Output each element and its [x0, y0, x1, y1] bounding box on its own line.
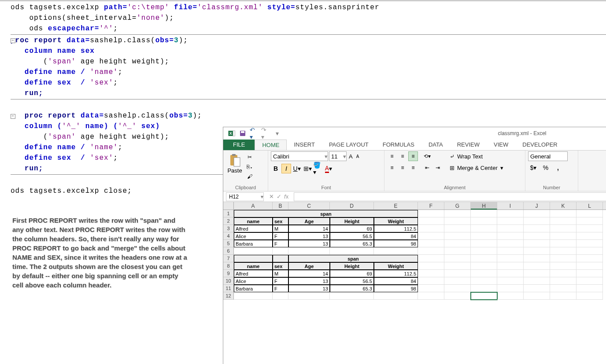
col-header[interactable]: J	[524, 202, 550, 210]
tab-file[interactable]: FILE	[223, 140, 255, 150]
tab-developer[interactable]: DEVELOPER	[515, 140, 564, 150]
ribbon: Paste ✂ ⎘▾ 🖌 Clipboard Calibri▾ 11▾ A A	[223, 150, 606, 191]
formula-input[interactable]	[294, 192, 606, 201]
row-header[interactable]: 9	[223, 270, 234, 277]
col-header[interactable]: C	[288, 202, 330, 210]
cancel-icon[interactable]: ✕	[269, 193, 274, 200]
bold-button[interactable]: B	[271, 164, 281, 173]
tab-data[interactable]: DATA	[421, 140, 450, 150]
divider	[11, 99, 606, 99]
col-header[interactable]: E	[374, 202, 418, 210]
save-icon[interactable]	[238, 129, 247, 138]
window-title: classmrg.xml - Excel	[281, 130, 606, 136]
select-all-corner[interactable]	[223, 202, 234, 210]
tab-view[interactable]: VIEW	[487, 140, 515, 150]
format-painter-icon[interactable]: 🖌	[245, 173, 254, 180]
fold-toggle[interactable]: −	[11, 38, 15, 43]
qat-customize[interactable]: ▾	[273, 129, 281, 138]
col-header[interactable]: H	[471, 202, 497, 210]
selected-cell[interactable]	[471, 292, 497, 300]
comma-icon[interactable]: ,	[553, 163, 563, 173]
row-header[interactable]: 11	[223, 285, 234, 292]
fx-icon[interactable]: fx	[284, 193, 288, 200]
row-header[interactable]: 8	[223, 262, 234, 270]
excel-titlebar: X ↶ ▾ ↷ ▾ ▾ classmrg.xml - Excel	[223, 127, 606, 140]
row-header[interactable]: 1	[223, 210, 234, 217]
svg-rect-6	[232, 154, 236, 156]
row-header[interactable]: 3	[223, 225, 234, 232]
name-box[interactable]: H12▾	[226, 192, 264, 201]
currency-icon[interactable]: $▾	[528, 163, 539, 173]
row-header[interactable]: 4	[223, 232, 234, 240]
percent-icon[interactable]: %	[540, 163, 551, 173]
redo-button[interactable]: ↷ ▾	[261, 129, 270, 138]
increase-indent-icon[interactable]: ⇥	[433, 163, 443, 173]
svg-rect-4	[241, 131, 244, 133]
fold-toggle[interactable]: −	[11, 114, 15, 119]
tab-formulas[interactable]: FORMULAS	[376, 140, 421, 150]
undo-button[interactable]: ↶ ▾	[250, 129, 259, 138]
border-button[interactable]: ⊞▾	[303, 164, 312, 173]
tab-home[interactable]: HOME	[255, 140, 287, 150]
font-color-button[interactable]: A▾	[324, 164, 333, 173]
paste-button[interactable]: Paste	[226, 151, 244, 174]
row-header[interactable]: 7	[223, 255, 234, 262]
col-header[interactable]: B	[273, 202, 288, 210]
align-bottom-icon[interactable]: ≡	[408, 151, 418, 161]
col-header[interactable]: D	[330, 202, 374, 210]
col-header[interactable]: G	[444, 202, 471, 210]
wrap-text-icon: ⤶	[450, 153, 454, 160]
font-name-select[interactable]: Calibri▾	[271, 151, 328, 161]
tab-review[interactable]: REVIEW	[450, 140, 487, 150]
col-header[interactable]: A	[234, 202, 273, 210]
cut-icon[interactable]: ✂	[245, 153, 254, 161]
align-top-icon[interactable]: ≡	[387, 151, 397, 161]
col-header[interactable]: K	[550, 202, 576, 210]
row-header[interactable]: 6	[223, 247, 234, 255]
decrease-font-icon[interactable]: A	[355, 154, 361, 159]
tab-page-layout[interactable]: PAGE LAYOUT	[322, 140, 376, 150]
row-header[interactable]: 5	[223, 240, 234, 247]
spreadsheet-grid[interactable]: A B C D E F G H I J K L 1 span 2 name se…	[223, 202, 606, 300]
ribbon-tabs: FILE HOME INSERT PAGE LAYOUT FORMULAS DA…	[223, 140, 606, 150]
align-left-icon[interactable]: ≡	[387, 163, 397, 173]
merge-center-button[interactable]: ⊞Merge & Center ▾	[448, 163, 505, 173]
enter-icon[interactable]: ✓	[277, 193, 281, 200]
align-center-icon[interactable]: ≡	[398, 163, 407, 173]
excel-app-icon: X	[228, 129, 236, 137]
span-header[interactable]: span	[234, 210, 418, 217]
svg-text:X: X	[229, 132, 232, 136]
increase-font-icon[interactable]: A	[347, 153, 354, 160]
svg-rect-7	[234, 158, 240, 166]
orientation-icon[interactable]: ⟲▾	[422, 151, 432, 161]
italic-button[interactable]: I	[281, 164, 291, 173]
explanation-text: First PROC REPORT writes the row with "s…	[12, 216, 188, 290]
svg-rect-2	[233, 131, 235, 136]
wrap-text-button[interactable]: ⤶Wrap Text	[448, 151, 505, 161]
row-header[interactable]: 2	[223, 217, 234, 225]
fill-color-button[interactable]: 🪣▾	[313, 164, 323, 173]
merge-icon: ⊞	[450, 165, 454, 171]
copy-icon[interactable]: ⎘▾	[245, 163, 254, 171]
row-header[interactable]: 12	[223, 292, 234, 300]
formula-bar: H12▾ ✕ ✓ fx	[223, 191, 606, 202]
row-header[interactable]: 10	[223, 277, 234, 285]
tab-insert[interactable]: INSERT	[287, 140, 321, 150]
font-size-select[interactable]: 11▾	[329, 151, 347, 161]
decrease-indent-icon[interactable]: ⇤	[422, 163, 432, 173]
col-header[interactable]: F	[418, 202, 444, 210]
align-right-icon[interactable]: ≡	[408, 163, 418, 173]
underline-button[interactable]: U▾	[292, 164, 302, 173]
align-middle-icon[interactable]: ≡	[398, 151, 407, 161]
excel-window: X ↶ ▾ ↷ ▾ ▾ classmrg.xml - Excel FILE HO…	[223, 127, 606, 364]
col-header[interactable]: L	[576, 202, 603, 210]
divider	[11, 34, 606, 35]
code-text: ods tagsets.excelxp	[11, 4, 104, 11]
col-header[interactable]: I	[497, 202, 524, 210]
number-format-select[interactable]: General	[528, 151, 568, 161]
